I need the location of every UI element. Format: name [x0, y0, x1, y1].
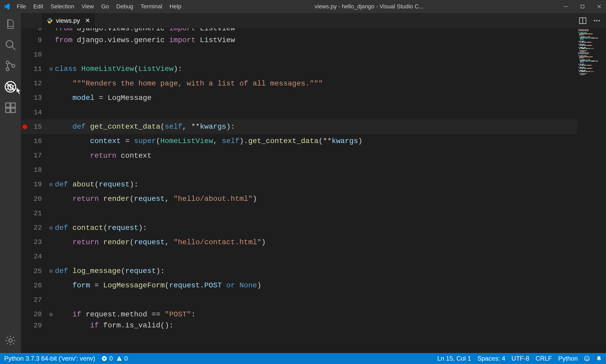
fold-toggle[interactable]: ⊟ — [47, 268, 55, 274]
line-number: 18 — [29, 166, 47, 174]
code-content[interactable]: def get_context_data(self, **kwargs): — [55, 123, 235, 131]
svg-line-15 — [7, 88, 8, 89]
code-line[interactable]: 8from django.views.generic import ListVi… — [21, 28, 606, 33]
line-number: 8 — [29, 28, 47, 32]
line-number: 13 — [29, 94, 47, 102]
code-content[interactable]: return render(request, "hello/contact.ht… — [55, 238, 266, 246]
code-content[interactable]: return render(request, "hello/about.html… — [55, 195, 257, 203]
code-content[interactable]: if request.method == "POST": — [55, 310, 196, 318]
minimap[interactable] — [577, 28, 606, 353]
svg-point-26 — [598, 20, 600, 21]
tab-label: views.py — [56, 17, 80, 24]
code-line[interactable]: 26 form = LogMessageForm(request.POST or… — [21, 278, 606, 293]
menu-go[interactable]: Go — [101, 3, 109, 10]
window-title: views.py - hello_django - Visual Studio … — [181, 3, 557, 10]
fold-toggle[interactable]: ⊟ — [47, 225, 55, 231]
svg-rect-19 — [11, 108, 15, 113]
code-line[interactable]: 28⊟ if request.method == "POST": — [21, 307, 606, 322]
code-content[interactable]: form = LogMessageForm(request.POST or No… — [55, 281, 261, 289]
code-content[interactable]: if form.is_valid(): — [55, 322, 174, 329]
extensions-icon[interactable] — [5, 102, 16, 113]
gear-icon[interactable] — [5, 335, 16, 346]
status-language[interactable]: Python — [558, 355, 578, 362]
code-line[interactable]: 10 — [21, 47, 606, 62]
code-content[interactable]: from django.views.generic import ListVie… — [55, 36, 235, 44]
breakpoint-gutter[interactable] — [21, 124, 29, 129]
fold-toggle[interactable]: ⊟ — [47, 181, 55, 188]
split-editor-icon[interactable] — [579, 17, 587, 25]
menu-debug[interactable]: Debug — [116, 3, 133, 10]
code-line[interactable]: 13 model = LogMessage — [21, 91, 606, 105]
line-number: 23 — [29, 238, 47, 246]
line-number: 15 — [29, 123, 47, 131]
code-content[interactable]: context = super(HomeListView, self).get_… — [55, 137, 362, 145]
tab-views-py[interactable]: views.py ✕ — [42, 13, 95, 28]
code-content[interactable]: class HomeListView(ListView): — [55, 65, 182, 73]
menu-selection[interactable]: Selection — [50, 3, 74, 10]
code-line[interactable]: 14 — [21, 105, 606, 120]
error-icon — [101, 356, 107, 361]
code-line[interactable]: 21 — [21, 206, 606, 220]
code-content[interactable]: def contact(request): — [55, 224, 147, 232]
code-line[interactable]: 24 — [21, 249, 606, 264]
tab-close-icon[interactable]: ✕ — [85, 17, 90, 24]
explorer-icon[interactable] — [5, 18, 16, 30]
vscode-logo-icon — [3, 3, 10, 10]
main-area: views.py ✕ 8from django.views.generic im… — [0, 13, 606, 353]
fold-toggle[interactable]: ⊟ — [47, 311, 55, 318]
status-indentation[interactable]: Spaces: 4 — [477, 355, 505, 362]
code-content[interactable]: return context — [55, 152, 152, 160]
code-content[interactable] — [55, 108, 72, 116]
code-line[interactable]: 11⊟class HomeListView(ListView): — [21, 62, 606, 76]
menu-edit[interactable]: Edit — [33, 3, 43, 10]
code-line[interactable]: 12 """Renders the home page, with a list… — [21, 76, 606, 91]
code-line[interactable]: 15 def get_context_data(self, **kwargs): — [21, 120, 606, 134]
menu-terminal[interactable]: Terminal — [140, 3, 162, 10]
breakpoint-icon[interactable] — [22, 124, 27, 129]
line-number: 20 — [29, 195, 47, 203]
code-content[interactable]: """Renders the home page, with a list of… — [55, 79, 323, 88]
code-line[interactable]: 29 if form.is_valid(): — [21, 322, 606, 329]
status-encoding[interactable]: UTF-8 — [512, 355, 529, 362]
code-line[interactable]: 23 return render(request, "hello/contact… — [21, 235, 606, 249]
maximize-button[interactable] — [579, 3, 586, 10]
menu-help[interactable]: Help — [170, 3, 181, 10]
code-content[interactable]: def log_message(request): — [55, 267, 165, 275]
line-number: 17 — [29, 152, 47, 160]
minimize-button[interactable] — [562, 3, 569, 10]
search-icon[interactable] — [5, 39, 16, 51]
debug-icon[interactable] — [5, 81, 16, 93]
fold-toggle[interactable]: ⊟ — [47, 66, 55, 72]
svg-point-32 — [585, 356, 589, 361]
code-content[interactable]: model = LogMessage — [55, 94, 152, 102]
code-line[interactable]: 25⊟def log_message(request): — [21, 264, 606, 278]
svg-point-33 — [586, 358, 586, 359]
status-warning-count: 0 — [124, 355, 128, 362]
code-line[interactable]: 19⊟def about(request): — [21, 177, 606, 192]
status-python-env[interactable]: Python 3.7.3 64-bit ('venv': venv) — [4, 355, 95, 362]
code-line[interactable]: 17 return context — [21, 149, 606, 163]
close-button[interactable] — [596, 3, 603, 10]
code-line[interactable]: 9from django.views.generic import ListVi… — [21, 33, 606, 47]
scm-icon[interactable] — [5, 60, 16, 72]
activity-bar — [0, 13, 21, 353]
menu-file[interactable]: File — [17, 3, 26, 10]
status-feedback-icon[interactable] — [584, 356, 590, 361]
code-line[interactable]: 27 — [21, 293, 606, 307]
status-cursor-position[interactable]: Ln 15, Col 1 — [437, 355, 471, 362]
status-eol[interactable]: CRLF — [536, 355, 552, 362]
code-content[interactable]: def about(request): — [55, 180, 138, 189]
code-line[interactable]: 18 — [21, 163, 606, 177]
status-problems[interactable]: 0 0 — [101, 355, 128, 362]
editor-body[interactable]: 8from django.views.generic import ListVi… — [21, 28, 606, 353]
code-line[interactable]: 22⊟def contact(request): — [21, 220, 606, 235]
code-line[interactable]: 16 context = super(HomeListView, self).g… — [21, 134, 606, 148]
menu-view[interactable]: View — [82, 3, 94, 10]
svg-point-24 — [594, 20, 595, 21]
more-actions-icon[interactable] — [593, 17, 601, 25]
line-number: 14 — [29, 109, 47, 116]
status-notifications-icon[interactable] — [596, 356, 602, 361]
svg-rect-18 — [6, 108, 10, 113]
code-content[interactable]: from django.views.generic import ListVie… — [55, 28, 235, 32]
code-line[interactable]: 20 return render(request, "hello/about.h… — [21, 192, 606, 206]
